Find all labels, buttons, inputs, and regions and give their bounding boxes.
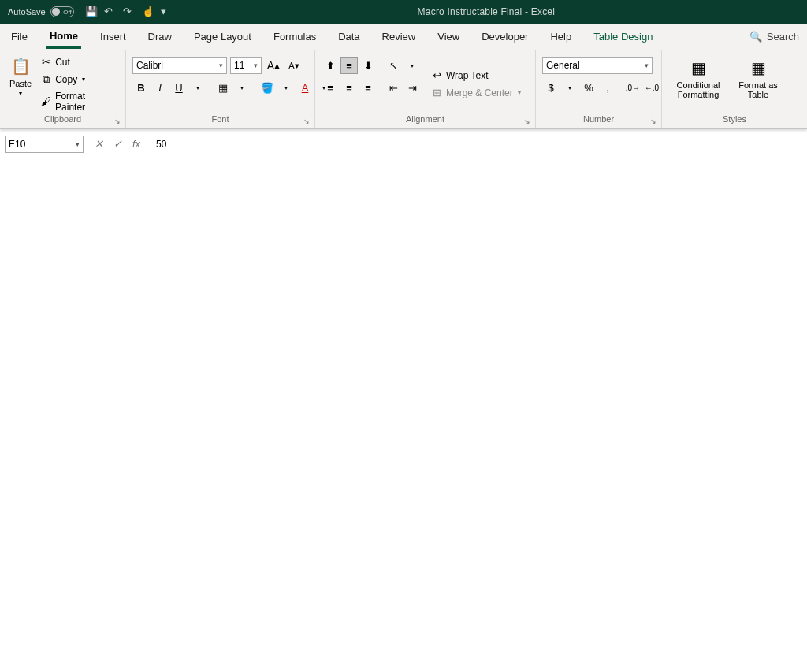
touch-icon[interactable]: ☝ [142,6,154,18]
qat-more-icon[interactable]: ▾ [161,6,173,18]
chevron-down-icon[interactable]: ▾ [561,79,578,96]
copy-label: Copy [55,74,77,85]
wrap-text-button[interactable]: ↩Wrap Text [429,69,523,83]
merge-label: Merge & Center [446,87,513,98]
chevron-down-icon: ▾ [219,61,223,69]
toggle-switch[interactable]: Off [50,6,74,17]
search-area[interactable]: 🔍 Search [749,31,799,43]
fill-color-button[interactable]: 🪣 [258,79,276,96]
brush-icon: 🖌 [39,95,52,108]
autosave-toggle[interactable]: AutoSave Off [8,6,74,17]
borders-button[interactable]: ▦ [214,79,232,96]
tab-formulas[interactable]: Formulas [270,26,319,47]
font-color-button[interactable]: A [296,79,314,96]
number-format-value: General [546,60,580,71]
chevron-down-icon[interactable]: ▾ [233,79,251,96]
toggle-text: Off [63,9,72,16]
font-size-value: 11 [234,60,244,71]
chevron-down-icon: ▾ [518,89,521,96]
dialog-launcher-icon[interactable]: ↘ [114,117,124,127]
tab-draw[interactable]: Draw [145,26,175,47]
search-icon: 🔍 [749,31,762,43]
tab-developer[interactable]: Developer [478,26,531,47]
tab-data[interactable]: Data [335,26,363,47]
chevron-down-icon: ▾ [76,140,80,148]
merge-center-button[interactable]: ⊞Merge & Center▾ [429,86,523,100]
chevron-down-icon[interactable]: ▾ [189,79,206,96]
undo-icon[interactable]: ↶ [104,6,117,18]
shrink-font-icon[interactable]: A▾ [285,57,303,74]
dialog-launcher-icon[interactable]: ↘ [303,117,313,127]
paste-button[interactable]: 📋 Paste ▾ [6,54,35,98]
group-number: General▾ $ ▾ % , .0→ ←.0 Number ↘ [536,50,662,128]
tab-file[interactable]: File [8,26,31,47]
enter-icon[interactable]: ✓ [110,138,125,150]
align-top-icon[interactable]: ⬆ [322,57,339,74]
group-label: Styles [668,114,801,125]
group-font: Calibri▾ 11▾ A▴ A▾ B I U ▾ ▦ ▾ 🪣 ▾ A ▾ F… [126,50,315,128]
font-size-dropdown[interactable]: 11▾ [230,57,262,74]
tab-home[interactable]: Home [46,25,81,49]
chevron-down-icon: ▾ [82,76,85,83]
window-title: Macro Instructable Final - Excel [173,6,799,17]
autosave-label: AutoSave [8,7,46,17]
underline-button[interactable]: U [170,79,188,96]
number-format-dropdown[interactable]: General▾ [542,57,653,74]
tab-table-design[interactable]: Table Design [590,26,656,47]
cut-icon: ✂ [39,56,52,69]
chevron-down-icon: ▾ [19,90,22,97]
orientation-icon[interactable]: ⤡ [385,57,402,74]
cut-label: Cut [55,57,70,68]
format-as-table-button[interactable]: ▦ Format as Table [734,55,782,101]
grow-font-icon[interactable]: A▴ [265,57,282,74]
percent-icon[interactable]: % [580,79,597,96]
conditional-formatting-button[interactable]: ▦ Conditional Formatting [668,55,728,101]
font-name-dropdown[interactable]: Calibri▾ [132,57,227,74]
align-center-icon[interactable]: ≡ [340,79,358,96]
name-box-value: E10 [9,139,25,150]
redo-icon[interactable]: ↷ [123,6,136,18]
tab-view[interactable]: View [434,26,463,47]
align-right-icon[interactable]: ≡ [359,79,377,96]
group-label: Number [542,114,655,125]
save-icon[interactable]: 💾 [85,6,98,18]
tab-page-layout[interactable]: Page Layout [191,26,255,47]
cond-format-label: Conditional Formatting [671,80,725,99]
ribbon: 📋 Paste ▾ ✂Cut ⧉Copy▾ 🖌Format Painter Cl… [0,50,807,129]
font-name-value: Calibri [136,60,163,71]
cut-button[interactable]: ✂Cut [38,55,119,69]
format-painter-button[interactable]: 🖌Format Painter [38,90,119,113]
conditional-formatting-icon: ▦ [687,57,709,79]
align-bottom-icon[interactable]: ⬇ [359,57,377,74]
copy-button[interactable]: ⧉Copy▾ [38,72,119,87]
copy-icon: ⧉ [39,73,52,86]
format-table-label: Format as Table [738,80,779,99]
chevron-down-icon[interactable]: ▾ [277,79,295,96]
comma-icon[interactable]: , [599,79,616,96]
bold-button[interactable]: B [132,79,150,96]
tab-review[interactable]: Review [379,26,419,47]
paste-label: Paste [9,79,32,88]
name-box[interactable]: E10▾ [5,136,84,153]
tab-insert[interactable]: Insert [97,26,129,47]
decrease-indent-icon[interactable]: ⇤ [385,79,402,96]
group-styles: ▦ Conditional Formatting ▦ Format as Tab… [662,50,807,128]
merge-icon: ⊞ [430,87,443,99]
wrap-icon: ↩ [430,69,443,82]
tab-help[interactable]: Help [547,26,575,47]
align-left-icon[interactable]: ≡ [322,79,339,96]
cancel-icon[interactable]: ✕ [91,138,106,150]
formula-input[interactable] [151,136,807,153]
chevron-down-icon[interactable]: ▾ [404,57,421,74]
quick-access-toolbar: 💾 ↶ ↷ ☝ ▾ [85,6,173,18]
italic-button[interactable]: I [151,79,169,96]
decrease-decimal-icon[interactable]: ←.0 [643,79,660,96]
group-label: Alignment [322,114,529,125]
dialog-launcher-icon[interactable]: ↘ [650,117,660,127]
increase-decimal-icon[interactable]: .0→ [624,79,642,96]
dialog-launcher-icon[interactable]: ↘ [524,117,534,127]
currency-icon[interactable]: $ [542,79,560,96]
fx-icon[interactable]: fx [129,138,143,150]
align-middle-icon[interactable]: ≡ [340,57,358,74]
increase-indent-icon[interactable]: ⇥ [404,79,421,96]
